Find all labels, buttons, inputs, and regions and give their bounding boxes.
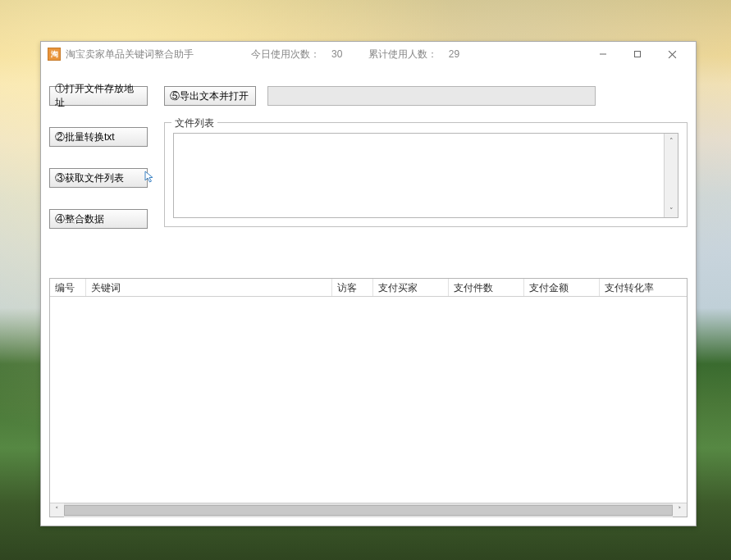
file-list-box[interactable]: ˄ ˅ [173,133,678,218]
file-list-label: 文件列表 [171,116,217,130]
file-list-scrollbar[interactable]: ˄ ˅ [664,134,678,217]
today-usage-label: 今日使用次数： [251,48,320,60]
col-amount[interactable]: 支付金额 [524,279,600,296]
col-buyers[interactable]: 支付买家 [373,279,449,296]
open-folder-button[interactable]: ①打开文件存放地址 [49,86,148,106]
batch-convert-txt-button[interactable]: ②批量转换txt [49,127,148,147]
app-icon: 淘 [48,48,61,61]
col-visitors[interactable]: 访客 [332,279,373,296]
total-users-count: 29 [449,48,459,60]
grid-horizontal-scrollbar[interactable]: ˂ ˃ [50,503,687,517]
scroll-right-icon[interactable]: ˃ [673,503,687,517]
title-stats: 今日使用次数：30 累计使用人数：29 [251,48,482,61]
scroll-up-icon[interactable]: ˄ [665,134,678,148]
close-button[interactable] [655,43,689,66]
titlebar[interactable]: 淘 淘宝卖家单品关键词整合助手 今日使用次数：30 累计使用人数：29 [41,42,696,66]
window-title: 淘宝卖家单品关键词整合助手 [66,48,194,61]
file-list-group: 文件列表 ˄ ˅ [164,122,688,227]
scroll-left-icon[interactable]: ˂ [50,503,64,517]
app-window: 淘 淘宝卖家单品关键词整合助手 今日使用次数：30 累计使用人数：29 [40,41,697,526]
get-file-list-button[interactable]: ③获取文件列表 [49,168,148,188]
content-area: ①打开文件存放地址 ②批量转换txt ③获取文件列表 ④整合数据 ⑤导出文本并打… [49,71,688,517]
integrate-data-button[interactable]: ④整合数据 [49,209,148,229]
scroll-track[interactable] [64,503,673,517]
export-text-button[interactable]: ⑤导出文本并打开 [164,86,256,106]
grid-body[interactable] [50,297,687,503]
col-conversion[interactable]: 支付转化率 [600,279,687,296]
scroll-thumb[interactable] [64,505,673,516]
minimize-button[interactable] [586,43,620,66]
step-buttons-column: ①打开文件存放地址 ②批量转换txt ③获取文件列表 ④整合数据 [49,86,154,229]
right-panel: ⑤导出文本并打开 文件列表 ˄ ˅ [164,86,688,227]
path-display-field[interactable] [267,86,596,106]
maximize-button[interactable] [620,43,655,66]
data-grid: 编号 关键词 访客 支付买家 支付件数 支付金额 支付转化率 ˂ ˃ [49,278,688,517]
scroll-down-icon[interactable]: ˅ [665,203,678,217]
svg-rect-1 [635,52,641,57]
today-usage-count: 30 [331,48,342,60]
grid-header: 编号 关键词 访客 支付买家 支付件数 支付金额 支付转化率 [50,279,687,297]
col-index[interactable]: 编号 [50,279,86,296]
col-items[interactable]: 支付件数 [449,279,524,296]
col-keyword[interactable]: 关键词 [86,279,332,296]
total-users-label: 累计使用人数： [368,48,437,60]
top-panel: ①打开文件存放地址 ②批量转换txt ③获取文件列表 ④整合数据 ⑤导出文本并打… [49,71,688,262]
